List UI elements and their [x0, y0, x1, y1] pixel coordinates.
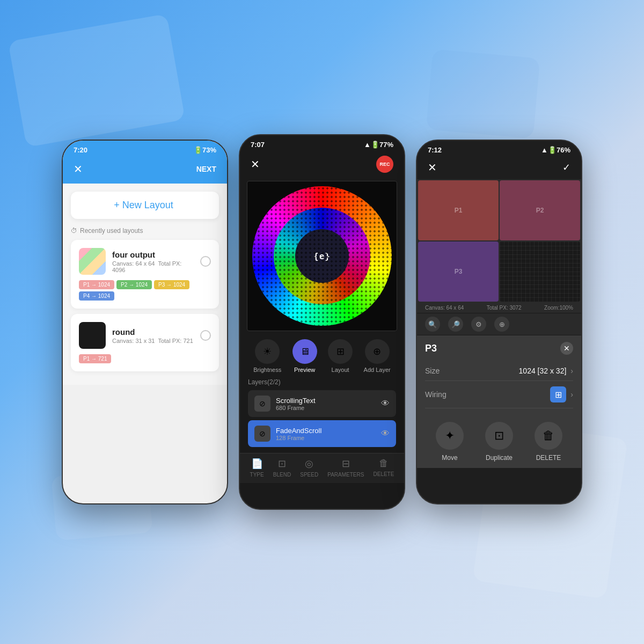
- four-output-radio[interactable]: [200, 256, 211, 267]
- tab-type[interactable]: 📄 TYPE: [250, 458, 264, 478]
- phone3-close-btn[interactable]: ✕: [428, 161, 437, 174]
- round-radio[interactable]: [200, 330, 211, 341]
- fade-scroll-icon: ⊘: [254, 426, 270, 442]
- canvas-info: Canvas: 64 x 64: [425, 305, 464, 311]
- phone3-battery: ▲🔋76%: [541, 146, 570, 154]
- parameters-icon: ⊟: [342, 458, 350, 470]
- phone1-next-btn[interactable]: NEXT: [196, 165, 216, 173]
- canvas-block-p2[interactable]: P2: [500, 180, 580, 240]
- tab-parameters-label: PARAMETERS: [327, 472, 364, 478]
- speed-icon: ◎: [305, 458, 313, 470]
- p3-panel: P3 ✕ Size 1024 [32 x 32] › Wiring ⊞ ›: [417, 335, 581, 468]
- phone2-battery: ▲🔋77%: [364, 141, 393, 149]
- preview-label: Preview: [294, 367, 315, 373]
- thumb-round: [79, 322, 106, 349]
- card-header-round: round Canvas: 31 x 31 Total PX: 721: [79, 322, 211, 349]
- round-sub: Canvas: 31 x 31 Total PX: 721: [112, 338, 194, 344]
- wiring-label: Wiring: [425, 390, 447, 399]
- zoom-btn[interactable]: 🔎: [448, 317, 463, 332]
- canvas-tools: 🔍 🔎 ⚙ ⊕: [417, 313, 581, 335]
- duplicate-btn[interactable]: ⊡: [485, 422, 513, 450]
- recently-label: ⏱ Recently used layouts: [71, 227, 219, 235]
- fade-scroll-info: FadeAndScroll 128 Frame: [276, 427, 381, 441]
- wiring-chevron: ›: [570, 390, 573, 399]
- layer-fade-scroll[interactable]: ⊘ FadeAndScroll 128 Frame 👁: [248, 420, 396, 447]
- phones-container: 7:20 🔋73% ✕ NEXT + New Layout ⏱ Recently…: [62, 134, 582, 510]
- size-label: Size: [425, 367, 440, 375]
- layout-card-round[interactable]: round Canvas: 31 x 31 Total PX: 721 P1 →…: [71, 314, 219, 371]
- panel-title: P3: [425, 343, 437, 354]
- tab-delete[interactable]: 🗑 DELETE: [373, 458, 394, 478]
- round-tags: P1 → 721: [79, 354, 211, 363]
- phone3-status-bar: 7:12 ▲🔋76%: [417, 141, 581, 158]
- phone3-check-btn[interactable]: ✓: [562, 162, 570, 173]
- add-layer-label: Add Layer: [364, 367, 391, 373]
- scrolling-text-name: ScrollingText: [276, 397, 381, 405]
- new-layout-button[interactable]: + New Layout: [71, 192, 219, 219]
- scrolling-text-info: ScrollingText 680 Frame: [276, 397, 381, 411]
- tag-p1: P1 → 1024: [79, 280, 114, 289]
- layout-label: Layout: [332, 367, 349, 373]
- layout-icon: ⊞: [328, 339, 353, 364]
- tag-round-p1: P1 → 721: [79, 354, 111, 363]
- phone1-close-btn[interactable]: ✕: [74, 163, 83, 175]
- preview-icon: 🖥: [292, 339, 317, 364]
- settings-btn[interactable]: ⚙: [471, 317, 486, 332]
- card-info-four: four output Canvas: 64 x 64 Total PX: 40…: [112, 250, 194, 273]
- tag-p3: P3 → 1024: [154, 280, 189, 289]
- layout-card-four-output[interactable]: four output Canvas: 64 x 64 Total PX: 40…: [71, 240, 219, 309]
- inner-dot-overlay: [252, 186, 392, 326]
- phone2-status-bar: 7:07 ▲🔋77%: [240, 135, 404, 153]
- canvas-grid: P1 P2 P3: [417, 179, 581, 303]
- canvas-zoom: Zoom:100%: [544, 305, 573, 311]
- phone1-status-bar: 7:20 🔋73%: [63, 141, 227, 158]
- move-btn[interactable]: ✦: [436, 422, 464, 450]
- phone2-close-btn[interactable]: ✕: [251, 158, 260, 171]
- wiring-icon[interactable]: ⊞: [550, 386, 566, 402]
- layers-section: Layers(2/2) ⊘ ScrollingText 680 Frame 👁 …: [240, 376, 404, 453]
- four-output-tags: P1 → 1024 P2 → 1024 P3 → 1024 P4 → 1024: [79, 280, 211, 301]
- tab-parameters[interactable]: ⊟ PARAMETERS: [327, 458, 364, 478]
- layer-scrolling-text[interactable]: ⊘ ScrollingText 680 Frame 👁: [248, 390, 396, 417]
- fade-scroll-frames: 128 Frame: [276, 435, 381, 441]
- canvas-info-bar: Canvas: 64 x 64 Total PX: 3072 Zoom:100%: [417, 303, 581, 313]
- phone-1: 7:20 🔋73% ✕ NEXT + New Layout ⏱ Recently…: [62, 140, 228, 504]
- tool-brightness[interactable]: ☀ Brightness: [253, 339, 281, 373]
- action-duplicate[interactable]: ⊡ Duplicate: [485, 422, 513, 462]
- rainbow-inner: {e}: [274, 208, 370, 304]
- delete-btn[interactable]: 🗑: [535, 422, 562, 450]
- phone-3: 7:12 ▲🔋76% ✕ ✓ P1 P2 P3 Ca: [416, 140, 582, 504]
- canvas-block-p1[interactable]: P1: [418, 180, 499, 240]
- panel-actions: ✦ Move ⊡ Duplicate 🗑 DELETE: [425, 416, 573, 462]
- action-move[interactable]: ✦ Move: [436, 422, 464, 462]
- new-layout-label: + New Layout: [114, 200, 173, 210]
- panel-close-btn[interactable]: ✕: [560, 342, 573, 355]
- canvas-block-p3[interactable]: P3: [418, 241, 499, 302]
- phone1-time: 7:20: [74, 146, 87, 154]
- canvas-block-dark: [500, 241, 580, 302]
- phone1-content: + New Layout ⏱ Recently used layouts fou…: [63, 184, 227, 385]
- tab-delete-label: DELETE: [373, 471, 394, 477]
- scrolling-eye-icon[interactable]: 👁: [381, 399, 390, 408]
- brightness-label: Brightness: [253, 367, 281, 373]
- action-delete[interactable]: 🗑 DELETE: [535, 422, 562, 462]
- move-label: Move: [442, 454, 457, 462]
- tab-speed[interactable]: ◎ SPEED: [300, 458, 318, 478]
- layers-btn[interactable]: ⊕: [494, 317, 509, 332]
- search-btn[interactable]: 🔍: [425, 317, 440, 332]
- tab-blend[interactable]: ⊡ BLEND: [273, 458, 291, 478]
- scrolling-text-icon: ⊘: [254, 396, 270, 412]
- canvas-area: P1 P2 P3: [417, 179, 581, 303]
- blend-icon: ⊡: [278, 458, 286, 470]
- tool-preview[interactable]: 🖥 Preview: [292, 339, 317, 373]
- four-output-sub: Canvas: 64 x 64 Total PX: 4096: [112, 260, 194, 273]
- fade-scroll-eye-icon[interactable]: 👁: [381, 429, 390, 438]
- phone2-time: 7:07: [251, 141, 265, 149]
- tab-blend-label: BLEND: [273, 472, 291, 478]
- panel-wiring-row: Wiring ⊞ ›: [425, 381, 573, 408]
- type-icon: 📄: [251, 458, 263, 470]
- tab-type-label: TYPE: [250, 472, 264, 478]
- tool-add-layer[interactable]: ⊕ Add Layer: [364, 339, 391, 373]
- tool-layout[interactable]: ⊞ Layout: [328, 339, 353, 373]
- scrolling-text-frames: 680 Frame: [276, 405, 381, 411]
